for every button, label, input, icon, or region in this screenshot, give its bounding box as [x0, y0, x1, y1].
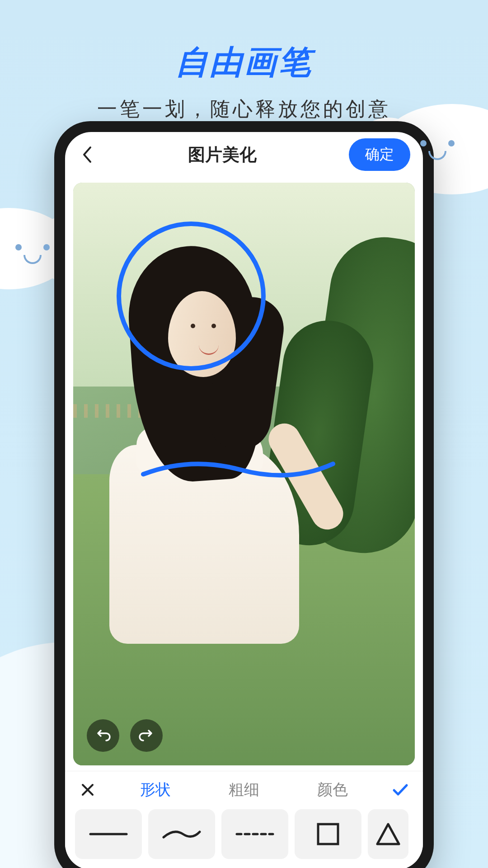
phone-mockup: 图片美化 确定	[54, 121, 434, 868]
close-icon	[81, 783, 94, 797]
shape-option-triangle[interactable]	[368, 809, 408, 859]
nav-bar: 图片美化 确定	[65, 132, 423, 177]
chevron-left-icon	[82, 146, 92, 163]
undo-button[interactable]	[87, 719, 119, 752]
cloud-face-icon	[409, 140, 465, 160]
undo-icon	[95, 728, 111, 743]
tab-color[interactable]: 颜色	[317, 779, 348, 800]
redo-icon	[139, 728, 154, 743]
cancel-button[interactable]	[78, 780, 98, 800]
drawn-circle-annotation	[117, 222, 266, 371]
app-screen: 图片美化 确定	[65, 132, 423, 868]
check-icon	[392, 783, 408, 796]
shape-option-wave[interactable]	[148, 809, 215, 859]
hero-title: 自由画笔	[0, 41, 488, 84]
apply-button[interactable]	[390, 780, 410, 800]
back-button[interactable]	[78, 146, 96, 164]
confirm-button[interactable]: 确定	[349, 138, 410, 171]
line-icon	[88, 830, 129, 839]
triangle-icon	[375, 821, 402, 848]
wave-icon	[161, 827, 202, 841]
tab-thickness[interactable]: 粗细	[229, 779, 259, 800]
square-icon	[314, 821, 342, 848]
shape-option-dashed[interactable]	[221, 809, 288, 859]
shape-option-line[interactable]	[75, 809, 142, 859]
shape-option-square[interactable]	[295, 809, 361, 859]
cloud-face-icon	[5, 244, 61, 264]
shape-options	[65, 809, 423, 859]
bottom-toolbar: 形状 粗细 颜色	[65, 771, 423, 868]
redo-button[interactable]	[130, 719, 163, 752]
editing-canvas[interactable]	[73, 183, 415, 765]
drawn-wave-annotation	[141, 458, 335, 481]
tab-shape[interactable]: 形状	[140, 779, 171, 800]
svg-rect-2	[318, 824, 338, 844]
nav-title: 图片美化	[188, 143, 257, 166]
dashed-line-icon	[235, 830, 275, 839]
